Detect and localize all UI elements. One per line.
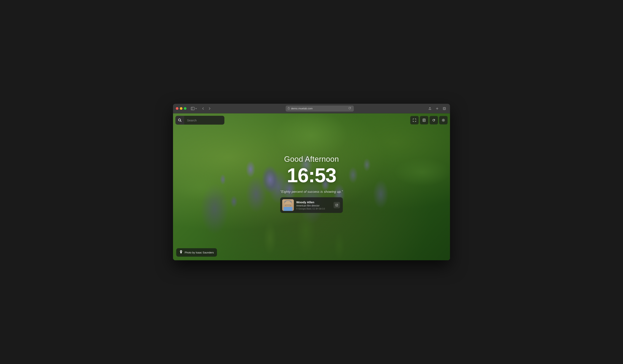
- new-tab-button[interactable]: [434, 106, 440, 111]
- close-button[interactable]: [176, 107, 178, 110]
- minimize-button[interactable]: [180, 107, 182, 110]
- search-input[interactable]: [184, 116, 224, 125]
- quote-text: "Eighty percent of success is showing up…: [280, 190, 343, 194]
- external-link-button[interactable]: [334, 202, 340, 208]
- avatar-head: [285, 201, 291, 207]
- attribution-card: Woody Allen American film director © Geo…: [280, 197, 343, 213]
- forward-button[interactable]: [207, 106, 212, 111]
- sidebar-toggle-button[interactable]: [190, 106, 198, 111]
- top-toolbar: [176, 116, 447, 125]
- fullscreen-button[interactable]: [410, 116, 419, 124]
- person-info: Woody Allen American film director © Geo…: [296, 200, 331, 210]
- new-tab-page: Good Afternoon 16:53 "Eighty percent of …: [173, 113, 450, 260]
- share-button[interactable]: [427, 106, 433, 111]
- url-text: demo.muetab.com: [291, 107, 313, 110]
- chevron-down-icon: [195, 107, 197, 109]
- refresh-icon: [432, 118, 436, 122]
- center-content: Good Afternoon 16:53 "Eighty percent of …: [280, 155, 343, 213]
- search-icon-button[interactable]: [176, 116, 184, 125]
- svg-line-14: [336, 204, 338, 205]
- photo-credit: Photo by Isaac Saunders: [176, 248, 217, 257]
- notes-button[interactable]: [420, 116, 428, 124]
- right-toolbar: [410, 116, 447, 124]
- avatar: [282, 199, 294, 211]
- avatar-face: [282, 199, 294, 211]
- svg-line-8: [180, 121, 181, 122]
- svg-rect-6: [444, 108, 445, 109]
- show-tabs-button[interactable]: [442, 106, 447, 111]
- notes-icon: [422, 118, 426, 122]
- search-icon: [178, 118, 182, 122]
- greeting-text: Good Afternoon: [280, 155, 343, 164]
- reload-icon: [348, 107, 351, 109]
- address-bar-container: demo.muetab.com: [214, 106, 425, 111]
- share-icon: [428, 107, 431, 110]
- browser-window: demo.muetab.com: [173, 104, 450, 260]
- traffic-lights: [176, 107, 186, 110]
- location-icon: [179, 250, 183, 255]
- photo-credit-text: Photo by Isaac Saunders: [185, 251, 214, 254]
- svg-point-13: [443, 120, 444, 121]
- lock-icon: [288, 107, 290, 110]
- reload-page-button[interactable]: [347, 107, 352, 110]
- person-role: American film director: [296, 204, 331, 207]
- svg-rect-2: [288, 108, 290, 109]
- refresh-button[interactable]: [429, 116, 438, 124]
- svg-rect-0: [191, 107, 194, 110]
- new-tab-icon: [436, 107, 439, 110]
- back-button[interactable]: [200, 106, 206, 111]
- sidebar-icon: [191, 107, 195, 110]
- person-name: Woody Allen: [296, 200, 331, 204]
- person-credit: © Georges Biard, CC BY-SA 3.0: [296, 208, 331, 210]
- maximize-button[interactable]: [184, 107, 186, 110]
- browser-right-controls: [427, 106, 447, 111]
- back-icon: [201, 107, 205, 110]
- fullscreen-icon: [413, 118, 416, 122]
- gear-icon: [442, 118, 445, 122]
- browser-chrome: demo.muetab.com: [173, 104, 450, 113]
- search-bar[interactable]: [176, 116, 224, 125]
- avatar-shirt: [284, 207, 292, 211]
- nav-buttons: [200, 106, 212, 111]
- pin-icon: [179, 250, 183, 254]
- svg-rect-5: [443, 107, 445, 110]
- settings-button[interactable]: [439, 116, 447, 124]
- forward-icon: [208, 107, 211, 110]
- avatar-glasses: [285, 205, 291, 206]
- clock-display: 16:53: [280, 165, 343, 185]
- external-link-icon: [335, 204, 338, 207]
- address-bar[interactable]: demo.muetab.com: [286, 106, 354, 111]
- tabs-icon: [443, 107, 446, 110]
